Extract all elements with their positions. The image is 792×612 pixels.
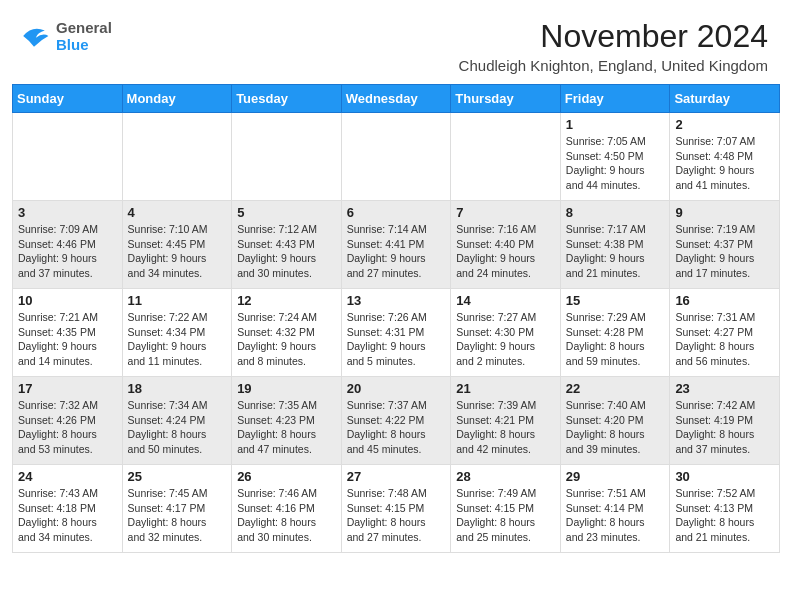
weekday-header-wednesday: Wednesday [341, 85, 451, 113]
day-info: Sunrise: 7:43 AM Sunset: 4:18 PM Dayligh… [18, 486, 117, 545]
calendar-cell: 5Sunrise: 7:12 AM Sunset: 4:43 PM Daylig… [232, 201, 342, 289]
calendar-cell: 13Sunrise: 7:26 AM Sunset: 4:31 PM Dayli… [341, 289, 451, 377]
weekday-header-sunday: Sunday [13, 85, 123, 113]
calendar-cell: 26Sunrise: 7:46 AM Sunset: 4:16 PM Dayli… [232, 465, 342, 553]
day-number: 14 [456, 293, 555, 308]
calendar-cell [341, 113, 451, 201]
day-info: Sunrise: 7:49 AM Sunset: 4:15 PM Dayligh… [456, 486, 555, 545]
calendar-cell: 25Sunrise: 7:45 AM Sunset: 4:17 PM Dayli… [122, 465, 232, 553]
calendar-cell: 8Sunrise: 7:17 AM Sunset: 4:38 PM Daylig… [560, 201, 670, 289]
day-number: 23 [675, 381, 774, 396]
calendar-cell: 14Sunrise: 7:27 AM Sunset: 4:30 PM Dayli… [451, 289, 561, 377]
day-number: 29 [566, 469, 665, 484]
day-info: Sunrise: 7:19 AM Sunset: 4:37 PM Dayligh… [675, 222, 774, 281]
day-number: 12 [237, 293, 336, 308]
day-number: 6 [347, 205, 446, 220]
logo-general-text: General [56, 19, 112, 36]
calendar-cell: 12Sunrise: 7:24 AM Sunset: 4:32 PM Dayli… [232, 289, 342, 377]
day-number: 15 [566, 293, 665, 308]
day-info: Sunrise: 7:40 AM Sunset: 4:20 PM Dayligh… [566, 398, 665, 457]
day-info: Sunrise: 7:31 AM Sunset: 4:27 PM Dayligh… [675, 310, 774, 369]
logo-blue-text: Blue [56, 36, 112, 53]
weekday-header-tuesday: Tuesday [232, 85, 342, 113]
calendar-cell: 22Sunrise: 7:40 AM Sunset: 4:20 PM Dayli… [560, 377, 670, 465]
calendar-cell: 28Sunrise: 7:49 AM Sunset: 4:15 PM Dayli… [451, 465, 561, 553]
calendar-cell: 7Sunrise: 7:16 AM Sunset: 4:40 PM Daylig… [451, 201, 561, 289]
calendar-cell: 24Sunrise: 7:43 AM Sunset: 4:18 PM Dayli… [13, 465, 123, 553]
page-header: General Blue November 2024 Chudleigh Kni… [0, 0, 792, 78]
day-number: 20 [347, 381, 446, 396]
calendar-cell: 6Sunrise: 7:14 AM Sunset: 4:41 PM Daylig… [341, 201, 451, 289]
day-number: 8 [566, 205, 665, 220]
day-info: Sunrise: 7:46 AM Sunset: 4:16 PM Dayligh… [237, 486, 336, 545]
calendar-cell [232, 113, 342, 201]
calendar-cell: 9Sunrise: 7:19 AM Sunset: 4:37 PM Daylig… [670, 201, 780, 289]
calendar-cell: 19Sunrise: 7:35 AM Sunset: 4:23 PM Dayli… [232, 377, 342, 465]
day-info: Sunrise: 7:16 AM Sunset: 4:40 PM Dayligh… [456, 222, 555, 281]
calendar-week-4: 17Sunrise: 7:32 AM Sunset: 4:26 PM Dayli… [13, 377, 780, 465]
day-info: Sunrise: 7:26 AM Sunset: 4:31 PM Dayligh… [347, 310, 446, 369]
calendar-cell: 4Sunrise: 7:10 AM Sunset: 4:45 PM Daylig… [122, 201, 232, 289]
day-number: 5 [237, 205, 336, 220]
day-info: Sunrise: 7:29 AM Sunset: 4:28 PM Dayligh… [566, 310, 665, 369]
location-text: Chudleigh Knighton, England, United King… [459, 57, 768, 74]
calendar-table: SundayMondayTuesdayWednesdayThursdayFrid… [12, 84, 780, 553]
calendar-week-1: 1Sunrise: 7:05 AM Sunset: 4:50 PM Daylig… [13, 113, 780, 201]
day-info: Sunrise: 7:22 AM Sunset: 4:34 PM Dayligh… [128, 310, 227, 369]
logo: General Blue [16, 18, 112, 54]
day-info: Sunrise: 7:42 AM Sunset: 4:19 PM Dayligh… [675, 398, 774, 457]
calendar-cell: 27Sunrise: 7:48 AM Sunset: 4:15 PM Dayli… [341, 465, 451, 553]
day-info: Sunrise: 7:37 AM Sunset: 4:22 PM Dayligh… [347, 398, 446, 457]
day-info: Sunrise: 7:21 AM Sunset: 4:35 PM Dayligh… [18, 310, 117, 369]
day-info: Sunrise: 7:17 AM Sunset: 4:38 PM Dayligh… [566, 222, 665, 281]
day-info: Sunrise: 7:27 AM Sunset: 4:30 PM Dayligh… [456, 310, 555, 369]
title-block: November 2024 Chudleigh Knighton, Englan… [459, 18, 768, 74]
weekday-header-thursday: Thursday [451, 85, 561, 113]
calendar-cell [122, 113, 232, 201]
day-number: 1 [566, 117, 665, 132]
day-info: Sunrise: 7:14 AM Sunset: 4:41 PM Dayligh… [347, 222, 446, 281]
day-number: 7 [456, 205, 555, 220]
calendar-cell [13, 113, 123, 201]
day-info: Sunrise: 7:48 AM Sunset: 4:15 PM Dayligh… [347, 486, 446, 545]
calendar-cell: 20Sunrise: 7:37 AM Sunset: 4:22 PM Dayli… [341, 377, 451, 465]
calendar-week-2: 3Sunrise: 7:09 AM Sunset: 4:46 PM Daylig… [13, 201, 780, 289]
day-info: Sunrise: 7:52 AM Sunset: 4:13 PM Dayligh… [675, 486, 774, 545]
day-number: 27 [347, 469, 446, 484]
day-number: 3 [18, 205, 117, 220]
day-info: Sunrise: 7:24 AM Sunset: 4:32 PM Dayligh… [237, 310, 336, 369]
calendar-cell: 2Sunrise: 7:07 AM Sunset: 4:48 PM Daylig… [670, 113, 780, 201]
day-info: Sunrise: 7:07 AM Sunset: 4:48 PM Dayligh… [675, 134, 774, 193]
day-number: 26 [237, 469, 336, 484]
day-info: Sunrise: 7:34 AM Sunset: 4:24 PM Dayligh… [128, 398, 227, 457]
day-info: Sunrise: 7:32 AM Sunset: 4:26 PM Dayligh… [18, 398, 117, 457]
calendar-week-5: 24Sunrise: 7:43 AM Sunset: 4:18 PM Dayli… [13, 465, 780, 553]
calendar-cell: 18Sunrise: 7:34 AM Sunset: 4:24 PM Dayli… [122, 377, 232, 465]
calendar-cell: 21Sunrise: 7:39 AM Sunset: 4:21 PM Dayli… [451, 377, 561, 465]
day-info: Sunrise: 7:10 AM Sunset: 4:45 PM Dayligh… [128, 222, 227, 281]
calendar-cell: 30Sunrise: 7:52 AM Sunset: 4:13 PM Dayli… [670, 465, 780, 553]
day-number: 25 [128, 469, 227, 484]
day-info: Sunrise: 7:39 AM Sunset: 4:21 PM Dayligh… [456, 398, 555, 457]
day-number: 19 [237, 381, 336, 396]
weekday-header-friday: Friday [560, 85, 670, 113]
calendar-week-3: 10Sunrise: 7:21 AM Sunset: 4:35 PM Dayli… [13, 289, 780, 377]
calendar-cell: 10Sunrise: 7:21 AM Sunset: 4:35 PM Dayli… [13, 289, 123, 377]
calendar-cell: 15Sunrise: 7:29 AM Sunset: 4:28 PM Dayli… [560, 289, 670, 377]
day-number: 2 [675, 117, 774, 132]
day-info: Sunrise: 7:45 AM Sunset: 4:17 PM Dayligh… [128, 486, 227, 545]
day-number: 17 [18, 381, 117, 396]
weekday-header-monday: Monday [122, 85, 232, 113]
day-number: 13 [347, 293, 446, 308]
day-number: 30 [675, 469, 774, 484]
day-number: 18 [128, 381, 227, 396]
weekday-header-saturday: Saturday [670, 85, 780, 113]
calendar-cell [451, 113, 561, 201]
logo-icon [16, 18, 52, 54]
day-info: Sunrise: 7:05 AM Sunset: 4:50 PM Dayligh… [566, 134, 665, 193]
calendar-cell: 1Sunrise: 7:05 AM Sunset: 4:50 PM Daylig… [560, 113, 670, 201]
day-number: 22 [566, 381, 665, 396]
month-title: November 2024 [459, 18, 768, 55]
weekday-header-row: SundayMondayTuesdayWednesdayThursdayFrid… [13, 85, 780, 113]
day-number: 28 [456, 469, 555, 484]
